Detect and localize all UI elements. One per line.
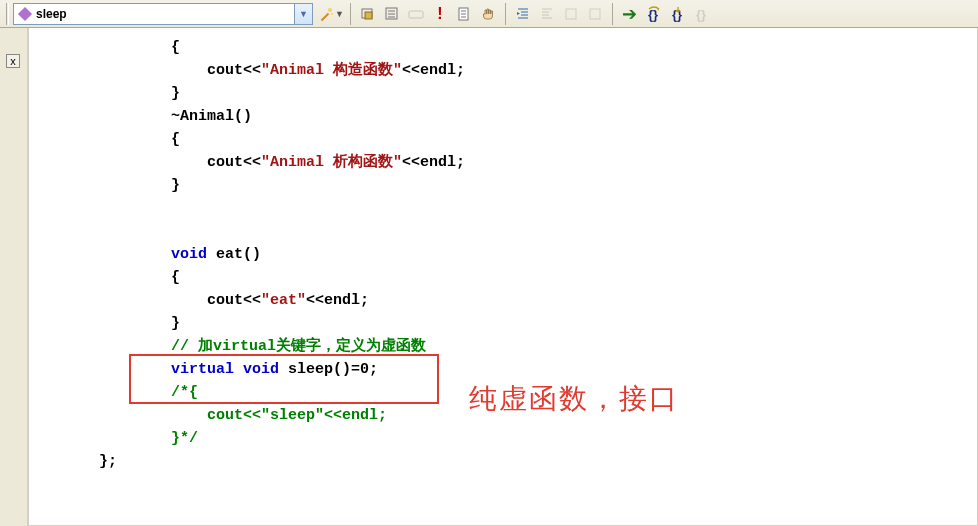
breakpoint-list-icon[interactable] xyxy=(381,3,403,25)
svg-point-2 xyxy=(331,13,333,15)
code-editor[interactable]: { cout<<"Animal 构造函数"<<endl; } ~Animal()… xyxy=(28,28,978,526)
keyboard-icon xyxy=(405,3,427,25)
separator xyxy=(505,3,506,25)
comment: cout<<"sleep"<<endl; xyxy=(99,407,387,424)
comment: }*/ xyxy=(99,430,198,447)
svg-rect-4 xyxy=(365,12,372,19)
comment: /*{ xyxy=(99,384,198,401)
code-line: ~Animal() xyxy=(99,108,252,125)
hand-icon[interactable] xyxy=(477,3,499,25)
code-line: } xyxy=(99,85,180,102)
keyword: void xyxy=(243,361,279,378)
magic-wand-icon[interactable] xyxy=(315,3,337,25)
keyword: virtual xyxy=(171,361,234,378)
string-literal: "Animal 构造函数" xyxy=(261,62,402,79)
code-line: { xyxy=(99,131,180,148)
code-line xyxy=(99,361,171,378)
indent-a-icon xyxy=(560,3,582,25)
chevron-down-icon[interactable]: ▼ xyxy=(294,4,312,24)
svg-rect-22 xyxy=(566,9,576,19)
svg-text:{}: {} xyxy=(672,7,682,22)
code-line xyxy=(99,246,171,263)
workspace: x { cout<<"Animal 构造函数"<<endl; } ~Animal… xyxy=(0,28,978,526)
string-literal: "eat" xyxy=(261,292,306,309)
chevron-down-icon[interactable]: ▼ xyxy=(335,9,344,19)
separator xyxy=(350,3,351,25)
diamond-icon xyxy=(18,6,32,20)
indent-b-icon xyxy=(584,3,606,25)
step-out-icon: {} xyxy=(691,3,713,25)
code-line: } xyxy=(99,177,180,194)
code-line: } xyxy=(99,315,180,332)
code-line: { xyxy=(99,39,180,56)
toolbar: sleep ▼ ▼ ! ➔ {} {} {} xyxy=(0,0,978,28)
number: 0 xyxy=(360,361,369,378)
comment: // 加virtual关键字，定义为虚函数 xyxy=(99,338,426,355)
string-literal: "Animal 析构函数" xyxy=(261,154,402,171)
code-line: }; xyxy=(99,453,117,470)
breakpoint-toggle-icon[interactable] xyxy=(357,3,379,25)
svg-point-1 xyxy=(328,8,332,12)
indent-increase-icon[interactable] xyxy=(512,3,534,25)
code-line: cout<< xyxy=(99,154,261,171)
svg-text:{}: {} xyxy=(696,7,706,22)
left-gutter: x xyxy=(0,28,28,526)
annotation-text: 纯虚函数，接口 xyxy=(469,380,679,418)
run-arrow-icon[interactable]: ➔ xyxy=(619,3,641,25)
code-line: cout<< xyxy=(99,62,261,79)
separator xyxy=(612,3,613,25)
step-over-icon[interactable]: {} xyxy=(643,3,665,25)
svg-rect-0 xyxy=(321,12,329,20)
keyword: void xyxy=(171,246,207,263)
svg-rect-9 xyxy=(409,11,423,18)
exclaim-icon[interactable]: ! xyxy=(429,3,451,25)
document-icon[interactable] xyxy=(453,3,475,25)
indent-decrease-icon xyxy=(536,3,558,25)
symbol-combo[interactable]: sleep ▼ xyxy=(13,3,313,25)
grip xyxy=(6,3,9,25)
step-into-icon[interactable]: {} xyxy=(667,3,689,25)
code-line: cout<< xyxy=(99,292,261,309)
svg-rect-23 xyxy=(590,9,600,19)
symbol-combo-value: sleep xyxy=(36,7,294,21)
close-panel-button[interactable]: x xyxy=(6,54,20,68)
code-line: { xyxy=(99,269,180,286)
